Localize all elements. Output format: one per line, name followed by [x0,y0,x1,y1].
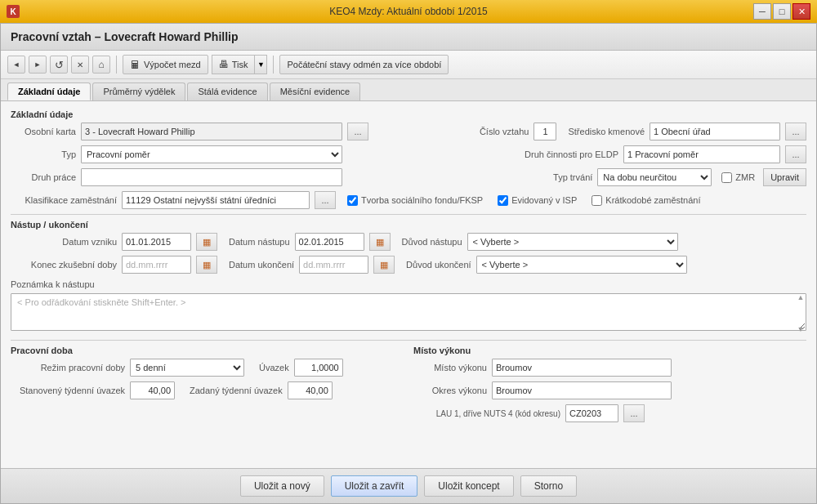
cal-konec-icon: ▦ [203,260,211,270]
druh-cinnosti-input[interactable] [623,145,780,163]
tab-stala-label: Stálá evidence [198,87,257,96]
misto-vykonu-title: Místo výkonu [413,346,806,355]
osobni-karta-input[interactable] [81,123,342,140]
upravit-button[interactable]: Upravit [763,168,806,186]
druh-cinnosti-browse-button[interactable]: ... [785,145,806,163]
stanoveny-label: Stanovený týdenní úvazek [11,386,125,395]
uvazek-input[interactable] [294,359,343,377]
periods-label: Počáteční stavy odmén za více období [287,60,441,69]
ulozit-novy-button[interactable]: Uložit a nový [240,475,324,497]
druh-prace-input[interactable] [81,168,342,186]
print-label: Tisk [232,60,248,69]
periods-button[interactable]: Počáteční stavy odmén za více období [279,55,449,74]
upravit-label: Upravit [770,172,799,182]
lau-browse-button[interactable]: ... [623,404,645,422]
klasifikace-label: Klasifikace zaměstnání [11,195,117,205]
storno-button[interactable]: Storno [520,475,577,497]
ulozit-zavrit-button[interactable]: Uložit a zavřít [331,475,418,497]
zmr-checkbox[interactable] [721,172,732,183]
print-dropdown-button[interactable]: ▼ [254,55,267,74]
typ-label: Typ [11,149,76,159]
home-button[interactable]: ⌂ [92,56,110,74]
tab-zakladni-udaje[interactable]: Základní údaje [7,83,91,100]
typ-row: Typ Pracovní poměr Druh činnosti pro ELD… [11,145,806,163]
calc-icon: 🖩 [130,59,141,71]
cislo-vztahu-input[interactable] [534,123,556,140]
stredisko-input[interactable] [650,123,780,140]
nav-prev-button[interactable]: ◄ [7,56,25,74]
datum-vzniku-input[interactable] [122,233,191,251]
maximize-button[interactable] [773,3,791,20]
toolbar-separator [116,56,117,74]
typ-trvani-select[interactable]: Na dobu neurčitou [597,168,712,186]
klasifikace-browse-button[interactable]: ... [315,191,336,209]
print-split-button: 🖶 Tisk ▼ [212,55,268,74]
evidovany-isp-checkbox[interactable] [498,195,508,206]
tab-stala-evidence[interactable]: Stálá evidence [187,83,267,100]
duvod-nastupu-label: Důvod nástupu [402,237,462,247]
calc-label: Výpočet mezd [144,60,201,69]
konec-zkusebni-input[interactable] [122,256,191,274]
datum-vzniku-label: Datum vzniku [11,237,117,247]
tab-mesicni-evidence[interactable]: Měsíční evidence [270,83,361,100]
okres-input[interactable] [492,381,672,399]
tvorba-sf-checkbox[interactable] [347,195,358,206]
print-icon: 🖶 [219,59,229,70]
nav-next-button[interactable]: ► [29,56,47,74]
datum-nastupu-input[interactable] [295,233,364,251]
main-window: Pracovní vztah – Lovecraft Howard Philli… [0,23,817,504]
title-bar: K KEO4 Mzdy: Aktuální období 1/2015 [0,0,817,23]
tab-mesicni-label: Měsíční evidence [280,87,350,96]
duvod-nastupu-select[interactable]: < Vyberte > [467,233,678,251]
tab-zakladni-label: Základní údaje [18,87,80,96]
datum-nastupu-cal-button[interactable]: ▦ [369,233,391,251]
duvod-ukonceni-select[interactable]: < Vyberte > [476,256,687,274]
bottom-sections: Pracovní doba Režim pracovní doby 5 denn… [11,346,806,427]
nastup-section-title: Nástup / ukončení [11,220,806,230]
window-title: KEO4 Mzdy: Aktuální období 1/2015 [329,6,487,17]
pracovni-doba-title: Pracovní doba [11,346,404,355]
datum-vzniku-cal-button[interactable]: ▦ [196,233,217,251]
content-area: Základní údaje Osobní karta ... Číslo vz… [1,101,816,468]
cal-vzniku-icon: ▦ [203,237,211,248]
misto-vykonu-section: Místo výkonu Místo výkonu Okres výkonu L… [413,346,806,427]
lau-label: LAU 1, dříve NUTS 4 (kód okresu) [413,409,560,418]
home-icon: ⌂ [98,59,104,70]
misto-label: Místo výkonu [413,363,487,372]
nav-prev-icon: ◄ [13,60,20,69]
stredisko-browse-button[interactable]: ... [785,123,806,140]
print-button[interactable]: 🖶 Tisk [212,55,255,74]
kratkodobe-checkbox[interactable] [592,195,602,206]
datum-ukonceni-input[interactable] [299,256,368,274]
poznamka-textarea[interactable]: < Pro odřádkování stiskněte Shift+Enter.… [11,293,806,331]
stop-button[interactable]: ✕ [71,56,89,74]
calc-button[interactable]: 🖩 Výpočet mezd [123,55,208,74]
ulozit-koncept-button[interactable]: Uložit koncept [424,475,513,497]
close-button[interactable] [792,3,810,20]
stanoveny-row: Stanovený týdenní úvazek Zadaný týdenní … [11,381,404,399]
tab-prumerny-vydelek[interactable]: Průměrný výdělek [92,83,185,100]
refresh-button[interactable]: ↺ [50,56,68,74]
toolbar-separator-2 [273,56,274,74]
osobni-karta-row: Osobní karta ... Číslo vztahu Středisko … [11,123,806,140]
osobni-karta-browse-button[interactable]: ... [347,123,368,140]
kratkodobe-label: Krátkodobé zaměstnání [605,195,700,205]
tvorba-sf-group: Tvorba sociálního fondu/FKSP [347,195,483,206]
rezim-row: Režim pracovní doby 5 denní Úvazek [11,359,404,377]
zadany-input[interactable] [288,381,333,399]
stanoveny-input[interactable] [130,381,175,399]
klasifikace-row: Klasifikace zaměstnání ... Tvorba sociál… [11,191,806,209]
lau-input[interactable] [565,404,618,422]
minimize-button[interactable] [753,3,771,20]
app-icon: K [7,5,20,18]
zadany-label: Zadaný týdenní úvazek [190,386,283,395]
nav-next-icon: ► [34,60,42,69]
rezim-label: Režim pracovní doby [11,363,125,372]
typ-select[interactable]: Pracovní poměr [81,145,342,163]
konec-zkusebni-cal-button[interactable]: ▦ [196,256,217,274]
duvod-ukonceni-label: Důvod ukončení [406,260,471,270]
datum-ukonceni-cal-button[interactable]: ▦ [373,256,395,274]
misto-input[interactable] [492,359,672,377]
rezim-select[interactable]: 5 denní [130,359,244,377]
klasifikace-input[interactable] [122,191,310,209]
